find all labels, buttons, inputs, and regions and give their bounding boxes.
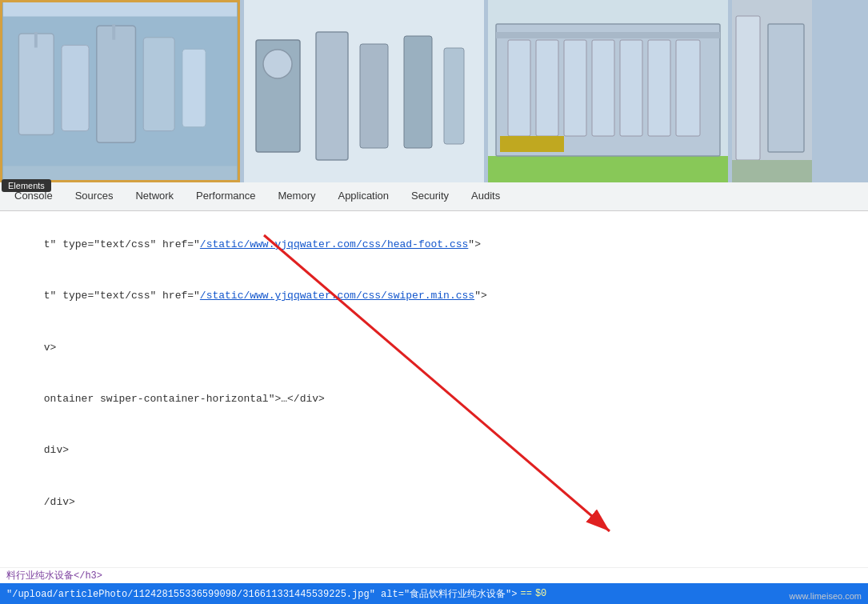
- status-dollar: $0: [535, 588, 546, 599]
- code-line-7: [0, 528, 868, 546]
- tab-sources[interactable]: Sources: [64, 183, 125, 210]
- h3-text: 料行业纯水设备</h3>: [6, 569, 102, 582]
- devtools-tabbar: Elements Console Sources Network Perform…: [0, 182, 868, 211]
- svg-rect-28: [620, 40, 642, 136]
- tab-audits[interactable]: Audits: [460, 183, 511, 210]
- svg-rect-25: [536, 40, 558, 136]
- svg-rect-29: [648, 40, 670, 136]
- status-equals: ==: [520, 588, 531, 599]
- svg-rect-20: [444, 48, 464, 144]
- image-item-3[interactable]: [488, 0, 728, 182]
- css-link-2[interactable]: /static/www.yjqqwater.com/css/swiper.min…: [200, 290, 474, 302]
- code-line-3: v>: [0, 322, 868, 374]
- image-item-4[interactable]: [732, 0, 812, 182]
- tab-application[interactable]: Application: [326, 183, 400, 210]
- svg-rect-34: [736, 16, 760, 160]
- tab-memory[interactable]: Memory: [267, 183, 327, 210]
- tab-tooltip: Elements: [2, 179, 51, 192]
- svg-point-16: [263, 50, 292, 78]
- image-item-2[interactable]: [244, 0, 484, 182]
- code-line-6: /div>: [0, 477, 868, 528]
- svg-rect-17: [316, 32, 348, 160]
- svg-rect-27: [592, 40, 614, 136]
- watermark: www.limeiseo.com: [790, 591, 862, 601]
- code-panel: t" type="text/css" href="/static/www.yjq…: [0, 211, 868, 604]
- svg-rect-24: [508, 40, 530, 136]
- bottom-status-line: 料行业纯水设备</h3>: [0, 567, 868, 583]
- svg-rect-32: [500, 136, 564, 152]
- image-strip: [0, 0, 868, 182]
- code-line-5: div>: [0, 426, 868, 477]
- svg-rect-36: [732, 160, 812, 182]
- svg-rect-35: [768, 24, 804, 152]
- svg-rect-31: [496, 32, 720, 38]
- svg-rect-30: [676, 40, 700, 136]
- main-content: t" type="text/css" href="/static/www.yjq…: [0, 211, 868, 604]
- css-link-1[interactable]: /static/www.yjqqwater.com/css/head-foot.…: [200, 238, 468, 250]
- tab-security[interactable]: Security: [400, 183, 460, 210]
- svg-rect-10: [3, 2, 237, 180]
- status-url: "/upload/articlePhoto/112428155336599098…: [6, 587, 517, 601]
- code-line-4: ontainer swiper-container-horizontal">…<…: [0, 374, 868, 425]
- code-line-2: t" type="text/css" href="/static/www.yjq…: [0, 270, 868, 322]
- svg-rect-26: [564, 40, 586, 136]
- svg-rect-22: [488, 156, 728, 182]
- tab-network[interactable]: Network: [124, 183, 185, 210]
- image-item-1[interactable]: [0, 0, 240, 182]
- svg-rect-19: [404, 36, 432, 148]
- tab-performance[interactable]: Performance: [185, 183, 266, 210]
- svg-rect-18: [360, 44, 388, 148]
- code-line-1: t" type="text/css" href="/static/www.yjq…: [0, 219, 868, 270]
- status-bar: "/upload/articlePhoto/112428155336599098…: [0, 583, 868, 604]
